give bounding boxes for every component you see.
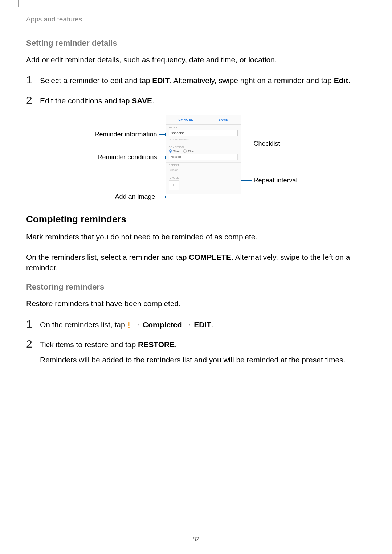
phone-screenshot: CANCEL SAVE MEMO Shopping + Add checklis…: [166, 115, 241, 194]
text-fragment: .: [211, 320, 213, 329]
text-fragment: Select a reminder to edit and tap: [40, 76, 152, 85]
repeat-value[interactable]: Never: [169, 168, 238, 173]
cancel-button[interactable]: CANCEL: [178, 118, 193, 122]
condition-label: CONDITION: [169, 146, 238, 148]
restore-step-1: 1 On the reminders list, tap → Completed…: [26, 319, 366, 330]
figure-callouts-right: Checklist Repeat interval: [241, 115, 298, 184]
text-fragment: .: [348, 76, 350, 85]
radio-empty-icon: [183, 149, 187, 153]
memo-input[interactable]: Shopping: [169, 130, 238, 136]
text-bold: COMPLETE: [189, 253, 231, 261]
step-text: On the reminders list, tap → Completed →…: [40, 319, 213, 330]
text-fragment: On the reminders list, select a reminder…: [26, 253, 189, 261]
heading-completing-reminders: Completing reminders: [26, 214, 366, 225]
add-image-button[interactable]: +: [169, 180, 179, 190]
callout-reminder-information: Reminder information: [94, 131, 157, 138]
callout-add-image: Add an image.: [115, 193, 157, 201]
radio-filled-icon: [169, 149, 172, 153]
text-bold: EDIT: [194, 320, 211, 329]
figure-callouts-left: Reminder information Reminder conditions…: [94, 115, 165, 201]
restore-step-2: 2 Tick items to restore and tap RESTORE.…: [26, 338, 366, 365]
add-checklist-link[interactable]: + Add checklist: [169, 137, 238, 142]
step-text: Tick items to restore and tap RESTORE. R…: [40, 338, 346, 365]
breadcrumb: Apps and features: [26, 15, 366, 23]
memo-label: MEMO: [169, 126, 238, 129]
callout-reminder-conditions: Reminder conditions: [97, 153, 157, 161]
text-fragment: Edit the conditions and tap: [40, 97, 132, 105]
arrow-text: →: [182, 320, 194, 329]
images-label: IMAGES: [169, 177, 238, 179]
text-bold: Completed: [143, 320, 182, 329]
text-fragment: Reminders will be added to the reminders…: [40, 356, 346, 364]
text-bold: EDIT: [152, 76, 170, 85]
step-1: 1 Select a reminder to edit and tap EDIT…: [26, 74, 366, 86]
text-fragment: .: [152, 97, 154, 105]
step-number: 2: [26, 95, 40, 106]
figure-reminder-edit-screen: Reminder information Reminder conditions…: [26, 115, 366, 201]
step-number: 1: [26, 319, 40, 330]
text-fragment: On the reminders list, tap: [40, 320, 127, 329]
step-number: 1: [26, 74, 40, 86]
subheading-restoring-reminders: Restoring reminders: [26, 282, 366, 292]
no-alert-field[interactable]: No alert: [169, 154, 238, 160]
text-bold: RESTORE: [138, 340, 175, 349]
completing-p1: Mark reminders that you do not need to b…: [26, 231, 366, 242]
callout-repeat-interval: Repeat interval: [254, 177, 298, 184]
text-bold: SAVE: [132, 97, 152, 105]
callout-checklist: Checklist: [254, 140, 280, 148]
arrow-text: →: [131, 320, 143, 329]
page-number: 82: [0, 536, 392, 543]
intro-paragraph-1: Add or edit reminder details, such as fr…: [26, 54, 366, 65]
header-corner-mark: [18, 0, 19, 7]
radio-label: Time: [173, 149, 180, 153]
text-fragment: . Alternatively, swipe right on a remind…: [170, 76, 334, 85]
text-fragment: Tick items to restore and tap: [40, 340, 138, 349]
completing-p2: On the reminders list, select a reminder…: [26, 252, 366, 273]
step-number: 2: [26, 338, 40, 365]
subheading-setting-reminder-details: Setting reminder details: [26, 38, 366, 48]
radio-place[interactable]: Place: [183, 149, 195, 153]
text-bold: Edit: [334, 76, 348, 85]
step-text: Select a reminder to edit and tap EDIT. …: [40, 74, 350, 86]
save-button[interactable]: SAVE: [219, 118, 228, 122]
step-2: 2 Edit the conditions and tap SAVE.: [26, 95, 366, 106]
restoring-intro: Restore reminders that have been complet…: [26, 298, 366, 309]
text-fragment: .: [175, 340, 177, 349]
step-text: Edit the conditions and tap SAVE.: [40, 95, 154, 106]
more-options-icon: [128, 322, 130, 328]
radio-time[interactable]: Time: [169, 149, 180, 153]
radio-label: Place: [188, 149, 195, 153]
repeat-label: REPEAT: [169, 164, 238, 167]
